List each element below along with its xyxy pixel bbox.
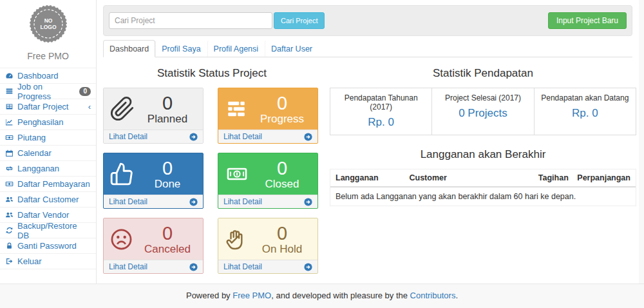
sidebar-item-backup-restore-db[interactable]: Backup/Restore DB <box>0 223 96 238</box>
users-icon <box>5 211 14 219</box>
tab-profil-saya[interactable]: Profil Saya <box>155 40 207 57</box>
logo-text-line1: NO <box>44 17 52 24</box>
job-count-badge: 0 <box>79 87 91 96</box>
free-pmo-link[interactable]: Free PMO <box>232 291 271 300</box>
column-header: Tagihan <box>530 173 569 182</box>
status-label: Canceled <box>138 243 197 255</box>
tab-dashboard[interactable]: Dashboard <box>103 40 155 57</box>
search-input[interactable] <box>109 12 272 29</box>
status-label: Done <box>138 178 197 190</box>
status-label: Planned <box>138 113 197 125</box>
tab-profil-agensi[interactable]: Profil Agensi <box>207 40 265 57</box>
status-count: 0 <box>252 93 312 113</box>
subscription-table-header: Langganan Customer Tagihan Perpanjangan <box>330 169 636 188</box>
status-section: Statistik Status Project 0 Planned <box>102 57 322 274</box>
stat-cell: Pendapatan akan Datang Rp. 0 <box>535 88 636 135</box>
lihat-detail-link[interactable]: Lihat Detail <box>104 195 203 208</box>
income-section-title: Statistik Pendapatan <box>330 67 636 80</box>
sidebar-item-daftar-pembayaran[interactable]: Daftar Pembayaran <box>0 177 96 192</box>
refresh-icon <box>5 226 14 235</box>
status-cards: 0 Planned Lihat Detail <box>103 88 322 274</box>
thumbs-up-icon <box>109 162 138 186</box>
income-section: Statistik Pendapatan Pendapatan Tahunan … <box>330 57 636 274</box>
subscription-table: Langganan Customer Tagihan Perpanjangan … <box>330 169 636 206</box>
sidebar-item-penghasilan[interactable]: Penghasilan <box>0 115 96 130</box>
circle-arrow-right-icon <box>304 133 312 141</box>
sidebar-item-label: Daftar Customer <box>17 195 79 204</box>
sign-out-icon <box>5 257 14 265</box>
sidebar-item-label: Keluar <box>17 256 42 266</box>
lock-icon <box>5 242 14 250</box>
footer-text: , and developed with pleasure by the <box>271 291 410 300</box>
column-header: Customer <box>410 173 531 182</box>
subscription-section-title: Langganan akan Berakhir <box>330 148 636 161</box>
money-icon <box>5 133 14 142</box>
status-card-progress: 0 Progress Lihat Detail <box>218 88 318 144</box>
circle-arrow-right-icon <box>189 263 198 271</box>
stat-value-link[interactable]: 0 Projects <box>459 107 507 120</box>
status-card-planned: 0 Planned Lihat Detail <box>103 88 204 144</box>
tasks-icon <box>5 87 14 95</box>
circle-arrow-right-icon <box>304 263 312 271</box>
status-label: Progress <box>252 113 312 125</box>
status-count: 0 <box>138 224 197 243</box>
sidebar-item-label: Daftar Project <box>17 102 68 111</box>
cari-project-button[interactable]: Cari Project <box>274 12 325 29</box>
sidebar-item-ganti-password[interactable]: Ganti Password <box>0 238 96 254</box>
circle-arrow-right-icon <box>189 198 198 206</box>
sidebar-item-label: Daftar Vendor <box>17 210 69 220</box>
sidebar-item-piutang[interactable]: Piutang <box>0 130 96 146</box>
lihat-detail-link[interactable]: Lihat Detail <box>104 130 203 143</box>
input-project-baru-button[interactable]: Input Project Baru <box>548 12 627 29</box>
footer-text: Powered by <box>186 291 232 300</box>
lihat-detail-link[interactable]: Lihat Detail <box>218 195 317 208</box>
users-icon <box>5 195 14 204</box>
sidebar-item-label: Backup/Restore DB <box>17 221 91 240</box>
status-card-on-hold: 0 On Hold Lihat Detail <box>218 218 318 274</box>
status-card-closed: 0 Closed Lihat Detail <box>218 153 318 209</box>
status-count: 0 <box>138 159 197 178</box>
dashboard-icon <box>5 72 14 80</box>
sidebar-item-keluar[interactable]: Keluar <box>0 254 96 269</box>
contributors-link[interactable]: Contributors <box>410 291 456 300</box>
tab-bar: Dashboard Profil Saya Profil Agensi Daft… <box>103 40 632 57</box>
status-count: 0 <box>252 224 312 243</box>
status-count: 0 <box>138 93 197 113</box>
status-section-title: Statistik Status Project <box>102 67 322 80</box>
lihat-detail-link[interactable]: Lihat Detail <box>104 260 203 273</box>
sidebar-item-label: Penghasilan <box>17 117 64 127</box>
lihat-detail-link[interactable]: Lihat Detail <box>218 130 317 143</box>
status-label: Closed <box>252 178 312 190</box>
sidebar-item-label: Dashboard <box>17 71 59 81</box>
status-card-canceled: 0 Canceled Lihat Detail <box>103 218 204 274</box>
stat-value-link[interactable]: Rp. 0 <box>368 116 394 129</box>
tab-daftar-user[interactable]: Daftar User <box>265 40 319 57</box>
money-icon <box>5 180 14 188</box>
paperclip-icon <box>109 95 138 123</box>
sidebar-menu: Dashboard Job on Progress 0 Daftar Proje… <box>0 68 96 269</box>
sidebar-item-langganan[interactable]: Langganan <box>0 161 96 177</box>
sidebar-item-label: Langganan <box>17 164 59 173</box>
retweet-icon <box>5 164 14 173</box>
page-footer: Powered by Free PMO, and developed with … <box>0 284 644 308</box>
sidebar-item-label: Ganti Password <box>17 241 77 251</box>
column-header: Perpanjangan <box>569 173 630 182</box>
no-logo-badge: NO LOGO <box>0 0 96 46</box>
sidebar-item-daftar-customer[interactable]: Daftar Customer <box>0 192 96 207</box>
status-card-done: 0 Done Lihat Detail <box>103 153 204 209</box>
line-chart-icon <box>5 118 14 126</box>
stat-value-link[interactable]: Rp. 0 <box>572 107 598 120</box>
sidebar-item-label: Job on Progress <box>17 82 75 101</box>
table-icon <box>5 102 14 111</box>
frown-icon <box>109 227 138 251</box>
sidebar-item-calendar[interactable]: Calendar <box>0 146 96 161</box>
main-content: Cari Project Input Project Baru Dashboar… <box>97 0 639 284</box>
lihat-detail-link[interactable]: Lihat Detail <box>218 260 317 273</box>
stat-label: Pendapatan Tahunan (2017) <box>333 93 429 111</box>
sidebar-item-daftar-project[interactable]: Daftar Project <box>0 99 96 115</box>
income-stats-table: Pendapatan Tahunan (2017) Rp. 0 Project … <box>330 88 636 135</box>
seal-icon: NO LOGO <box>28 4 68 44</box>
sidebar-item-job-on-progress[interactable]: Job on Progress 0 <box>0 84 96 99</box>
stat-cell: Project Selesai (2017) 0 Projects <box>432 88 534 135</box>
brand-name: Free PMO <box>0 51 96 61</box>
